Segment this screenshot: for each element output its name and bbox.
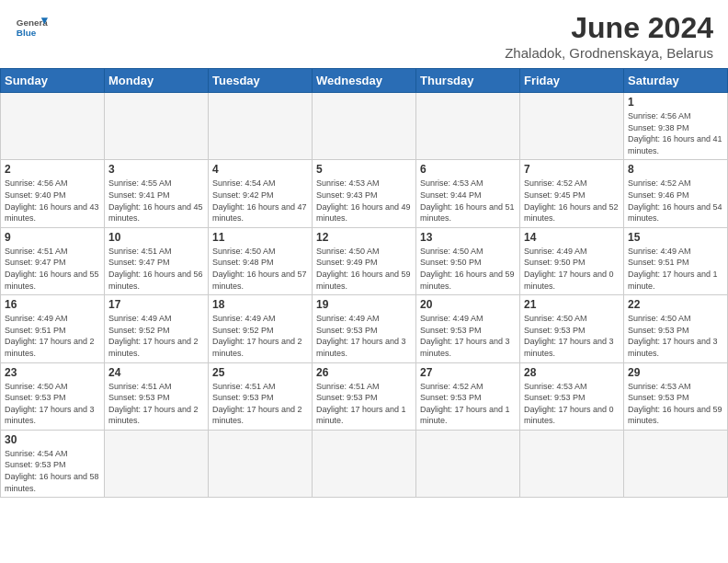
day-number: 20 bbox=[420, 298, 516, 311]
calendar-week-4: 23Sunrise: 4:50 AMSunset: 9:53 PMDayligh… bbox=[1, 362, 728, 430]
calendar-day-12: 12Sunrise: 4:50 AMSunset: 9:49 PMDayligh… bbox=[313, 227, 416, 294]
calendar-day-empty bbox=[209, 430, 313, 497]
day-number: 7 bbox=[524, 163, 620, 176]
day-info: Sunrise: 4:50 AMSunset: 9:53 PMDaylight:… bbox=[524, 313, 620, 359]
calendar-day-3: 3Sunrise: 4:55 AMSunset: 9:41 PMDaylight… bbox=[105, 160, 209, 227]
calendar-day-17: 17Sunrise: 4:49 AMSunset: 9:52 PMDayligh… bbox=[105, 295, 209, 362]
calendar-day-empty bbox=[520, 93, 624, 160]
day-info: Sunrise: 4:49 AMSunset: 9:51 PMDaylight:… bbox=[5, 313, 100, 359]
calendar-week-0: 1Sunrise: 4:56 AMSunset: 9:38 PMDaylight… bbox=[1, 93, 728, 160]
day-info: Sunrise: 4:50 AMSunset: 9:50 PMDaylight:… bbox=[420, 246, 516, 292]
day-number: 21 bbox=[524, 298, 620, 311]
calendar-day-empty bbox=[209, 93, 313, 160]
day-info: Sunrise: 4:52 AMSunset: 9:45 PMDaylight:… bbox=[524, 178, 620, 224]
day-info: Sunrise: 4:53 AMSunset: 9:53 PMDaylight:… bbox=[628, 381, 723, 427]
calendar-day-13: 13Sunrise: 4:50 AMSunset: 9:50 PMDayligh… bbox=[416, 227, 520, 294]
calendar-day-23: 23Sunrise: 4:50 AMSunset: 9:53 PMDayligh… bbox=[1, 362, 105, 430]
day-number: 2 bbox=[5, 163, 100, 176]
day-number: 14 bbox=[524, 231, 620, 244]
calendar-day-29: 29Sunrise: 4:53 AMSunset: 9:53 PMDayligh… bbox=[624, 362, 728, 430]
day-number: 17 bbox=[108, 298, 204, 311]
calendar-day-6: 6Sunrise: 4:53 AMSunset: 9:44 PMDaylight… bbox=[416, 160, 520, 227]
calendar-table: SundayMondayTuesdayWednesdayThursdayFrid… bbox=[0, 68, 728, 498]
day-number: 29 bbox=[628, 366, 723, 379]
day-info: Sunrise: 4:50 AMSunset: 9:49 PMDaylight:… bbox=[316, 246, 412, 292]
calendar-header: SundayMondayTuesdayWednesdayThursdayFrid… bbox=[1, 69, 728, 93]
day-info: Sunrise: 4:49 AMSunset: 9:52 PMDaylight:… bbox=[212, 313, 308, 359]
calendar-day-27: 27Sunrise: 4:52 AMSunset: 9:53 PMDayligh… bbox=[416, 362, 520, 430]
day-number: 15 bbox=[628, 231, 723, 244]
day-info: Sunrise: 4:56 AMSunset: 9:40 PMDaylight:… bbox=[5, 178, 100, 224]
calendar-day-empty bbox=[1, 93, 105, 160]
day-number: 27 bbox=[420, 366, 516, 379]
calendar-day-empty bbox=[105, 93, 209, 160]
page-header: General Blue June 2024 Zhaladok, Grodnen… bbox=[0, 0, 728, 64]
weekday-header-sunday: Sunday bbox=[1, 69, 105, 93]
day-info: Sunrise: 4:54 AMSunset: 9:53 PMDaylight:… bbox=[5, 448, 100, 494]
day-info: Sunrise: 4:56 AMSunset: 9:38 PMDaylight:… bbox=[628, 110, 723, 156]
day-info: Sunrise: 4:52 AMSunset: 9:46 PMDaylight:… bbox=[628, 178, 723, 224]
calendar-day-empty bbox=[313, 93, 416, 160]
calendar-day-22: 22Sunrise: 4:50 AMSunset: 9:53 PMDayligh… bbox=[624, 295, 728, 362]
calendar-day-24: 24Sunrise: 4:51 AMSunset: 9:53 PMDayligh… bbox=[105, 362, 209, 430]
day-number: 18 bbox=[212, 298, 308, 311]
calendar-day-empty bbox=[416, 93, 520, 160]
calendar-day-empty bbox=[624, 430, 728, 497]
day-number: 30 bbox=[5, 433, 100, 446]
day-info: Sunrise: 4:49 AMSunset: 9:53 PMDaylight:… bbox=[420, 313, 516, 359]
calendar-day-20: 20Sunrise: 4:49 AMSunset: 9:53 PMDayligh… bbox=[416, 295, 520, 362]
calendar-day-15: 15Sunrise: 4:49 AMSunset: 9:51 PMDayligh… bbox=[624, 227, 728, 294]
day-info: Sunrise: 4:49 AMSunset: 9:51 PMDaylight:… bbox=[628, 246, 723, 292]
day-number: 16 bbox=[5, 298, 100, 311]
calendar-body: 1Sunrise: 4:56 AMSunset: 9:38 PMDaylight… bbox=[1, 93, 728, 498]
day-number: 26 bbox=[316, 366, 412, 379]
day-number: 10 bbox=[108, 231, 204, 244]
day-number: 4 bbox=[212, 163, 308, 176]
day-number: 19 bbox=[316, 298, 412, 311]
calendar-day-11: 11Sunrise: 4:50 AMSunset: 9:48 PMDayligh… bbox=[209, 227, 313, 294]
calendar-day-18: 18Sunrise: 4:49 AMSunset: 9:52 PMDayligh… bbox=[209, 295, 313, 362]
calendar-day-14: 14Sunrise: 4:49 AMSunset: 9:50 PMDayligh… bbox=[520, 227, 624, 294]
day-number: 6 bbox=[420, 163, 516, 176]
day-number: 12 bbox=[316, 231, 412, 244]
calendar-day-16: 16Sunrise: 4:49 AMSunset: 9:51 PMDayligh… bbox=[1, 295, 105, 362]
calendar-day-empty bbox=[416, 430, 520, 497]
weekday-header-saturday: Saturday bbox=[624, 69, 728, 93]
calendar-day-7: 7Sunrise: 4:52 AMSunset: 9:45 PMDaylight… bbox=[520, 160, 624, 227]
calendar-day-19: 19Sunrise: 4:49 AMSunset: 9:53 PMDayligh… bbox=[313, 295, 416, 362]
day-info: Sunrise: 4:53 AMSunset: 9:43 PMDaylight:… bbox=[316, 178, 412, 224]
calendar-day-5: 5Sunrise: 4:53 AMSunset: 9:43 PMDaylight… bbox=[313, 160, 416, 227]
day-number: 22 bbox=[628, 298, 723, 311]
day-number: 9 bbox=[5, 231, 100, 244]
day-info: Sunrise: 4:50 AMSunset: 9:53 PMDaylight:… bbox=[628, 313, 723, 359]
day-number: 8 bbox=[628, 163, 723, 176]
day-number: 5 bbox=[316, 163, 412, 176]
calendar-week-2: 9Sunrise: 4:51 AMSunset: 9:47 PMDaylight… bbox=[1, 227, 728, 294]
day-number: 13 bbox=[420, 231, 516, 244]
calendar-day-25: 25Sunrise: 4:51 AMSunset: 9:53 PMDayligh… bbox=[209, 362, 313, 430]
calendar-day-4: 4Sunrise: 4:54 AMSunset: 9:42 PMDaylight… bbox=[209, 160, 313, 227]
day-info: Sunrise: 4:50 AMSunset: 9:53 PMDaylight:… bbox=[5, 381, 100, 427]
day-info: Sunrise: 4:53 AMSunset: 9:53 PMDaylight:… bbox=[524, 381, 620, 427]
day-number: 28 bbox=[524, 366, 620, 379]
calendar-title: June 2024 bbox=[505, 11, 713, 45]
calendar-day-28: 28Sunrise: 4:53 AMSunset: 9:53 PMDayligh… bbox=[520, 362, 624, 430]
weekday-header-thursday: Thursday bbox=[416, 69, 520, 93]
title-block: June 2024 Zhaladok, Grodnenskaya, Belaru… bbox=[505, 11, 713, 61]
day-info: Sunrise: 4:51 AMSunset: 9:53 PMDaylight:… bbox=[316, 381, 412, 427]
day-info: Sunrise: 4:51 AMSunset: 9:47 PMDaylight:… bbox=[5, 246, 100, 292]
calendar-day-21: 21Sunrise: 4:50 AMSunset: 9:53 PMDayligh… bbox=[520, 295, 624, 362]
day-info: Sunrise: 4:51 AMSunset: 9:53 PMDaylight:… bbox=[108, 381, 204, 427]
calendar-day-1: 1Sunrise: 4:56 AMSunset: 9:38 PMDaylight… bbox=[624, 93, 728, 160]
calendar-day-empty bbox=[105, 430, 209, 497]
calendar-day-8: 8Sunrise: 4:52 AMSunset: 9:46 PMDaylight… bbox=[624, 160, 728, 227]
day-number: 1 bbox=[628, 96, 723, 109]
calendar-day-26: 26Sunrise: 4:51 AMSunset: 9:53 PMDayligh… bbox=[313, 362, 416, 430]
day-info: Sunrise: 4:52 AMSunset: 9:53 PMDaylight:… bbox=[420, 381, 516, 427]
weekday-header-tuesday: Tuesday bbox=[209, 69, 313, 93]
day-number: 24 bbox=[108, 366, 204, 379]
svg-text:Blue: Blue bbox=[17, 28, 37, 38]
weekday-header-friday: Friday bbox=[520, 69, 624, 93]
calendar-week-3: 16Sunrise: 4:49 AMSunset: 9:51 PMDayligh… bbox=[1, 295, 728, 362]
calendar-week-5: 30Sunrise: 4:54 AMSunset: 9:53 PMDayligh… bbox=[1, 430, 728, 497]
